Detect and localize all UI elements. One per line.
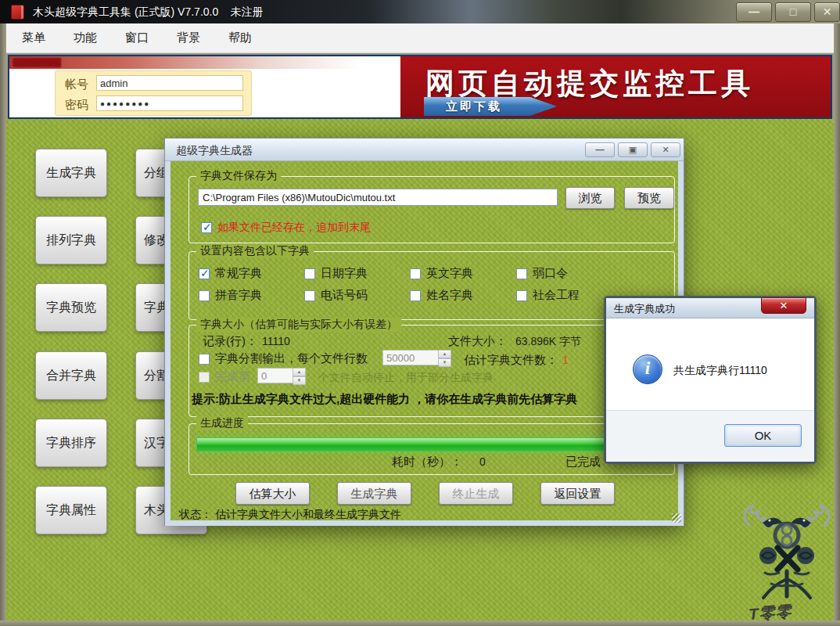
msgbox-body: i 共生成字典行11110 <box>606 318 814 410</box>
sidebar-button-preview-dict[interactable]: 字典预览 <box>35 283 107 332</box>
checkbox-label: 日期字典 <box>321 266 368 281</box>
group-content: 设置内容包含以下字典 <box>188 251 675 320</box>
menu-item-menu[interactable]: 菜单 <box>22 31 45 45</box>
checkbox-label: 电话号码 <box>321 288 368 303</box>
download-now-button[interactable]: 立即下载 <box>424 97 557 116</box>
checkbox-name-dict[interactable]: 姓名字典 <box>410 288 473 303</box>
finish-spinner-arrows: ▲▼ <box>293 368 306 383</box>
ad-banner: 帐号 密码 网页自动提交监控工具 立即下载 <box>8 55 832 119</box>
banner-logo <box>12 57 62 68</box>
finish-hint: 个文件自动停止，用于部分生成字典 <box>318 371 494 385</box>
progress-bar-fill <box>197 438 665 451</box>
sidebar-button-dict-properties[interactable]: 字典属性 <box>35 486 107 534</box>
checkbox-weak-password[interactable]: 弱口令 <box>516 266 568 281</box>
password-input[interactable] <box>96 95 243 111</box>
estimate-files-value: 1 <box>562 354 569 366</box>
filesize-label: 文件大小： <box>448 334 507 349</box>
checkbox-english-dict[interactable]: 英文字典 <box>410 266 473 281</box>
menu-item-window[interactable]: 窗口 <box>125 31 149 45</box>
checkbox-date-dict[interactable]: 日期字典 <box>304 266 368 281</box>
maximize-icon: □ <box>790 5 796 18</box>
checkbox-box <box>516 268 527 279</box>
checkbox-box <box>304 290 315 301</box>
split-output-checkbox[interactable]: 字典分割输出，每个文件行数 <box>199 351 368 366</box>
checkbox-social-engineering[interactable]: 社会工程 <box>516 288 580 303</box>
checkbox-label: 常规字典 <box>215 266 262 281</box>
password-label: 密码 <box>65 98 88 113</box>
window-border-bottom <box>0 621 840 626</box>
filesize-value: 63.896K 字节 <box>515 335 581 349</box>
checkbox-box <box>410 268 421 279</box>
msgbox-close-button[interactable]: ✕ <box>761 297 806 314</box>
account-input[interactable] <box>96 75 243 91</box>
spin-down-icon: ▼ <box>439 358 451 367</box>
generate-dict-button[interactable]: 生成字典 <box>337 482 411 505</box>
dialog-close-icon: ✕ <box>662 145 669 154</box>
window-border-right <box>834 23 840 621</box>
checkbox-pinyin-dict[interactable]: 拼音字典 <box>199 288 262 303</box>
browse-button[interactable]: 浏览 <box>565 187 615 209</box>
checkbox-box <box>410 290 421 301</box>
window-titlebar[interactable]: 木头超级字典工具集 (正式版) V7.7.0.0 未注册 — □ ✕ <box>0 0 840 23</box>
finish-checkbox-box <box>199 372 210 383</box>
save-path-input[interactable] <box>198 189 558 206</box>
banner-top-strip <box>9 56 400 69</box>
sidebar-button-sort-dict[interactable]: 字典排序 <box>35 419 107 467</box>
elapsed-value: 0 <box>479 455 486 468</box>
checkbox-regular-dict[interactable]: 常规字典 <box>199 266 262 281</box>
dialog-minimize-button[interactable]: — <box>585 142 615 157</box>
menu-item-background[interactable]: 背景 <box>177 31 200 45</box>
login-panel: 帐号 密码 <box>55 70 252 116</box>
info-icon-glyph: i <box>634 358 662 379</box>
success-msgbox: 生成字典成功 ✕ i 共生成字典行11110 OK <box>604 296 817 464</box>
minimize-button[interactable]: — <box>736 2 772 22</box>
sidebar-button-merge-dict[interactable]: 合并字典 <box>35 351 107 400</box>
resize-grip[interactable] <box>672 513 681 523</box>
size-tip: 提示:防止生成字典文件过大,超出硬件能力 ，请你在生成字典前先估算字典 <box>192 392 577 407</box>
dialog-titlebar[interactable]: 超级字典生成器 — ▣ ✕ <box>165 139 684 161</box>
estimate-size-button[interactable]: 估算大小 <box>235 482 310 505</box>
menu-item-help[interactable]: 帮助 <box>228 31 252 45</box>
append-checkbox-box <box>201 222 212 233</box>
sidebar-button-arrange-dict[interactable]: 排列字典 <box>35 216 107 264</box>
close-icon: ✕ <box>823 5 832 18</box>
close-button[interactable]: ✕ <box>814 2 840 22</box>
append-checkbox[interactable]: 如果文件已经存在，追加到末尾 <box>201 221 371 235</box>
ok-button[interactable]: OK <box>724 424 802 447</box>
msgbox-footer: OK <box>606 410 814 462</box>
done-label: 已完成 <box>565 455 601 470</box>
finish-input <box>257 368 293 383</box>
split-lines-spinner: ▲▼ <box>382 350 451 365</box>
sidebar-button-generate-dict[interactable]: 生成字典 <box>35 149 107 197</box>
finish-label: 完成第 <box>215 369 250 384</box>
checkbox-box <box>199 290 210 301</box>
split-spinner-arrows: ▲▼ <box>439 350 451 365</box>
records-value: 11110 <box>262 335 290 347</box>
spin-up-icon: ▲ <box>293 368 306 376</box>
banner-login-area: 帐号 密码 <box>9 56 400 117</box>
account-label: 帐号 <box>65 77 88 92</box>
dialog-title: 超级字典生成器 <box>176 144 253 158</box>
dialog-maximize-button[interactable]: ▣ <box>618 142 648 157</box>
dialog-status-label: 状态： <box>179 508 212 522</box>
checkbox-label: 弱口令 <box>533 266 568 281</box>
menu-item-functions[interactable]: 功能 <box>74 31 97 45</box>
msgbox-message: 共生成字典行11110 <box>673 364 767 378</box>
minimize-icon: — <box>748 5 759 18</box>
checkbox-label: 拼音字典 <box>215 288 262 303</box>
checkbox-phone-number[interactable]: 电话号码 <box>304 288 368 303</box>
dialog-status-text: 估计字典文件大小和最终生成字典文件 <box>215 508 401 522</box>
app-window: 木头超级字典工具集 (正式版) V7.7.0.0 未注册 — □ ✕ 菜单 功能… <box>0 0 840 626</box>
dialog-close-button[interactable]: ✕ <box>651 142 680 157</box>
split-label: 字典分割输出，每个文件行数 <box>215 351 368 366</box>
elapsed-label: 耗时（秒）： <box>392 455 462 470</box>
window-border-left <box>0 23 6 621</box>
maximize-button[interactable]: □ <box>775 2 811 22</box>
back-settings-button[interactable]: 返回设置 <box>540 482 615 505</box>
group-save-label: 字典文件保存为 <box>196 169 281 183</box>
stop-generate-button: 终止生成 <box>439 482 513 505</box>
preview-button[interactable]: 预览 <box>624 187 674 209</box>
info-icon: i <box>633 354 662 384</box>
group-content-label: 设置内容包含以下字典 <box>196 244 314 258</box>
checkbox-label: 姓名字典 <box>426 288 473 303</box>
